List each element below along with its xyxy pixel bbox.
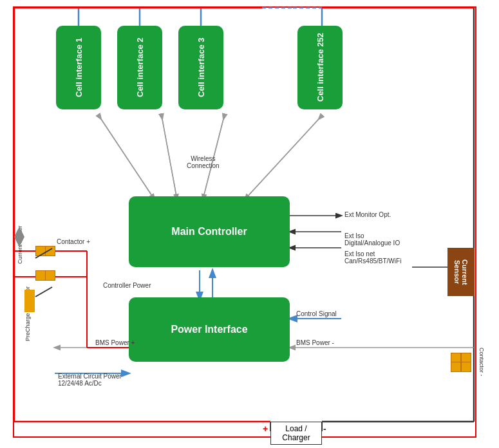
svg-line-15 [101,119,155,200]
load-charger-box: Load / Charger [270,422,322,445]
contactor-terminal-right-4 [461,362,471,372]
wireless-connection-label: Wireless Connection [187,148,220,169]
cell-interface-2: Cell interface 2 [117,26,162,109]
contactor-terminal-4 [45,270,55,281]
current-limiter-symbol-bottom [14,237,24,247]
contactor-terminal-right-3 [451,362,461,372]
svg-line-19 [101,119,155,200]
contactor-terminal-2 [35,270,46,281]
bms-power-plus-label: BMS Power + [95,339,135,346]
svg-line-18 [245,119,319,200]
precharge-resistor [24,290,35,312]
svg-line-16 [162,119,177,200]
ext-monitor-label: Ext Monitor Opt. [344,211,391,218]
plus-sign: + [263,424,268,434]
controller-power-label: Controller Power [103,282,151,289]
minus-sign: - [323,424,326,434]
power-interface-box: Power Interface [129,297,290,362]
precharge-switch [35,286,53,297]
svg-line-20 [162,119,177,200]
external-circuit-label: External Circuit Power 12/24/48 Ac/Dc [58,366,122,387]
cell-interface-3: Cell interface 3 [178,26,223,109]
cell-interface-1: Cell interface 1 [56,26,101,109]
current-limiter-symbol-top [14,227,24,237]
contactor-plus-label: Contactor + [57,238,90,245]
diagram: Cell interface 1 Cell interface 2 Cell i… [0,0,499,448]
cell-interface-252: Cell interface 252 [297,26,343,109]
main-controller-box: Main Controller [129,196,290,267]
ext-iso-net-label: Ext Iso net Can/Rs485/BT/WiFi [344,243,401,265]
bms-power-minus-label: BMS Power - [296,339,334,346]
contactor-minus-label: Contactor - [478,348,485,399]
svg-line-22 [245,119,319,200]
current-sensor-box: Current Sensor [447,248,475,296]
control-signal-label: Control Signal [296,310,337,317]
